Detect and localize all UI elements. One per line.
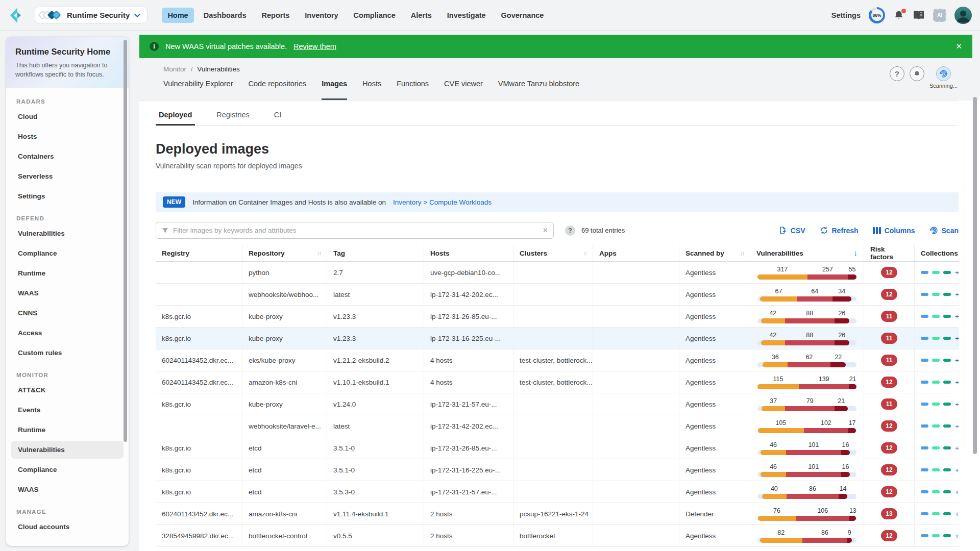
- sort-icon[interactable]: ↓↑: [317, 250, 321, 256]
- sidebar-item-defend-custom-rules[interactable]: Custom rules: [11, 344, 124, 362]
- risk-factors-badge[interactable]: 12: [881, 267, 897, 278]
- risk-factors-badge[interactable]: 12: [881, 420, 897, 432]
- table-row[interactable]: 602401143452.dkr.ec...eks/kube-proxyv1.2…: [156, 349, 959, 371]
- collections-more[interactable]: +8: [955, 357, 959, 364]
- sidebar-item-radars-hosts[interactable]: Hosts: [11, 128, 124, 145]
- table-row[interactable]: python2.7uve-gcp-debian10-co...Agentless…: [156, 262, 959, 284]
- risk-factors-badge[interactable]: 11: [881, 355, 897, 366]
- table-row[interactable]: 328549459982.dkr.ec...bottlerocket-contr…: [156, 525, 959, 547]
- sidebar-item-defend-vulnerabilities[interactable]: Vulnerabilities: [11, 224, 124, 242]
- license-gauge-icon[interactable]: 86%: [869, 7, 885, 23]
- nav-item-alerts[interactable]: Alerts: [405, 8, 437, 23]
- tab-images[interactable]: Images: [322, 80, 347, 100]
- column-header-apps[interactable]: Apps: [593, 245, 679, 261]
- risk-factors-badge[interactable]: 12: [881, 289, 897, 300]
- collections-more[interactable]: +7: [955, 269, 959, 277]
- column-header-vulnerabilities[interactable]: Vulnerabilities↓: [750, 245, 864, 261]
- breadcrumb-parent[interactable]: Monitor: [163, 65, 186, 73]
- scanning-icon[interactable]: [936, 66, 951, 81]
- table-row[interactable]: k8s.gcr.ioetcd3.5.3-0ip-172-31-21-57.eu-…: [156, 481, 959, 503]
- table-row[interactable]: 602401143452.dkr.ec...amazon-k8s-cniv1.1…: [156, 371, 959, 393]
- column-header-risk-factors[interactable]: Risk factors: [864, 245, 915, 261]
- collections-more[interactable]: +8: [955, 466, 959, 474]
- risk-factors-badge[interactable]: 12: [881, 464, 897, 475]
- main-scrollbar[interactable]: [973, 97, 977, 454]
- subtab-deployed[interactable]: Deployed: [156, 111, 195, 126]
- collections-more[interactable]: +8: [955, 444, 959, 452]
- table-row[interactable]: k8s.gcr.ioetcd3.5.1-0ip-172-31-16-225.eu…: [156, 459, 959, 481]
- collections-more[interactable]: +8: [955, 510, 959, 518]
- sort-icon[interactable]: ↓↑: [583, 250, 586, 256]
- risk-factors-badge[interactable]: 11: [881, 398, 897, 410]
- tab-vmware-tanzu-blobstore[interactable]: VMware Tanzu blobstore: [498, 80, 579, 100]
- risk-factors-badge[interactable]: 12: [881, 486, 897, 497]
- nav-item-inventory[interactable]: Inventory: [299, 8, 344, 23]
- collections-more[interactable]: +8: [955, 335, 959, 342]
- collections-more[interactable]: +8: [955, 400, 959, 408]
- sidebar-item-defend-compliance[interactable]: Compliance: [11, 244, 124, 262]
- filter-input[interactable]: [173, 227, 538, 234]
- close-icon[interactable]: ✕: [955, 42, 962, 51]
- risk-factors-badge[interactable]: 11: [881, 333, 897, 344]
- risk-factors-badge[interactable]: 13: [881, 508, 897, 519]
- help-icon[interactable]: ?: [890, 66, 904, 81]
- collections-more[interactable]: +8: [955, 379, 959, 386]
- risk-factors-badge[interactable]: 12: [881, 377, 897, 388]
- sidebar-item-monitor-events[interactable]: Events: [11, 401, 124, 419]
- filter-help-icon[interactable]: ?: [565, 226, 575, 236]
- tab-vulnerability-explorer[interactable]: Vulnerability Explorer: [163, 80, 233, 100]
- column-header-scanned-by[interactable]: Scanned by↓↑: [679, 245, 750, 261]
- settings-menu[interactable]: Settings: [831, 11, 861, 19]
- sidebar-item-defend-cnns[interactable]: CNNS: [11, 304, 124, 322]
- nav-item-compliance[interactable]: Compliance: [348, 8, 401, 23]
- sidebar-item-monitor-waas[interactable]: WAAS: [11, 481, 124, 498]
- columns-button[interactable]: Columns: [873, 226, 915, 235]
- nav-item-home[interactable]: Home: [162, 8, 193, 23]
- column-header-collections[interactable]: Collections: [915, 245, 959, 261]
- collections-more[interactable]: +8: [955, 532, 959, 540]
- nav-item-dashboards[interactable]: Dashboards: [198, 8, 252, 23]
- table-row[interactable]: k8s.gcr.iokube-proxyv1.23.3ip-172-31-16-…: [156, 328, 959, 349]
- subtab-registries[interactable]: Registries: [213, 111, 252, 126]
- sort-desc-icon[interactable]: ↓: [853, 248, 857, 258]
- sidebar-item-monitor-vulnerabilities[interactable]: Vulnerabilities: [11, 441, 124, 459]
- clear-filter-icon[interactable]: ✕: [543, 227, 548, 234]
- workspace-selector[interactable]: Runtime Security: [35, 7, 148, 23]
- sidebar-item-radars-serverless[interactable]: Serverless: [11, 167, 124, 185]
- sidebar-item-radars-settings[interactable]: Settings: [11, 187, 124, 205]
- table-row[interactable]: k8s.gcr.iokube-proxyv1.23.3ip-172-31-26-…: [156, 306, 959, 328]
- compute-workloads-link[interactable]: Inventory > Compute Workloads: [393, 198, 492, 206]
- risk-factors-badge[interactable]: 12: [881, 530, 897, 541]
- scan-button[interactable]: Scan: [929, 226, 959, 235]
- sidebar-item-radars-cloud[interactable]: Cloud: [11, 108, 124, 126]
- collections-more[interactable]: +8: [955, 291, 959, 298]
- sidebar-item-monitor-compliance[interactable]: Compliance: [11, 461, 124, 479]
- sort-icon[interactable]: ↓↑: [740, 250, 744, 256]
- tab-cve-viewer[interactable]: CVE viewer: [444, 80, 483, 100]
- tab-hosts[interactable]: Hosts: [362, 80, 381, 100]
- table-row[interactable]: k8s.gcr.iokube-proxyv1.24.0ip-172-31-21-…: [156, 393, 959, 415]
- risk-factors-badge[interactable]: 12: [881, 442, 897, 454]
- tab-functions[interactable]: Functions: [397, 80, 429, 100]
- nav-item-governance[interactable]: Governance: [496, 8, 550, 23]
- sidebar-item-defend-runtime[interactable]: Runtime: [11, 264, 124, 282]
- collections-more[interactable]: +8: [955, 422, 959, 430]
- nav-item-investigate[interactable]: Investigate: [442, 8, 492, 23]
- refresh-button[interactable]: Refresh: [820, 226, 859, 235]
- table-row[interactable]: 602401143452.dkr.ec...amazon-k8s-cniv1.1…: [156, 503, 959, 525]
- table-row[interactable]: webhooksite/webhoo...latestip-172-31-42-…: [156, 284, 959, 306]
- sidebar-item-monitor-runtime[interactable]: Runtime: [11, 421, 124, 439]
- docs-book-icon[interactable]: [913, 10, 925, 21]
- column-header-clusters[interactable]: Clusters↓↑: [513, 245, 593, 261]
- alerts-bell-icon[interactable]: [910, 66, 924, 81]
- tab-code-repositories[interactable]: Code repositories: [248, 80, 306, 100]
- risk-factors-badge[interactable]: 11: [881, 311, 897, 322]
- notifications-bell-icon[interactable]: [893, 10, 904, 21]
- nav-item-reports[interactable]: Reports: [256, 8, 295, 23]
- column-header-repository[interactable]: Repository↓↑: [242, 245, 327, 261]
- user-avatar[interactable]: [954, 7, 972, 24]
- collections-more[interactable]: +8: [955, 488, 959, 496]
- column-header-tag[interactable]: Tag: [327, 245, 424, 261]
- sidebar-scrollbar[interactable]: [124, 40, 127, 442]
- ai-copilot-icon[interactable]: AI: [933, 9, 946, 22]
